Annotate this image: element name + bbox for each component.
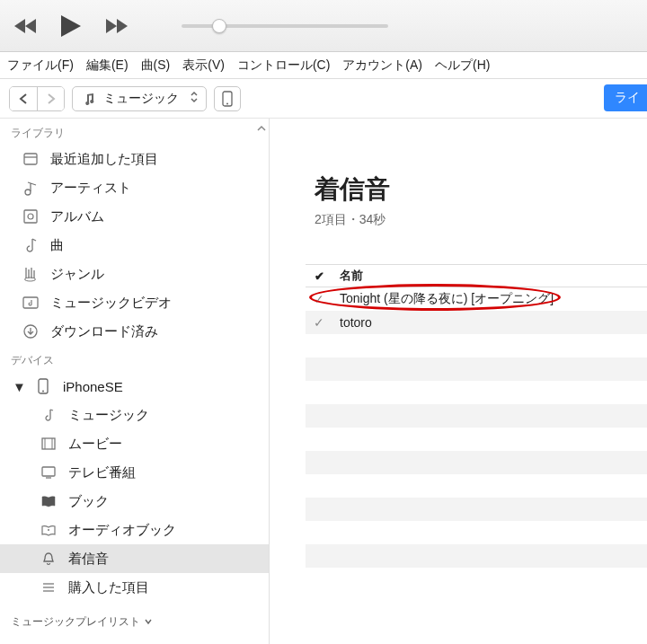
- svg-rect-15: [42, 467, 55, 476]
- sidebar-device-tv[interactable]: テレビ番組: [0, 458, 269, 487]
- menu-control[interactable]: コントロール(C): [237, 57, 330, 74]
- sidebar-item-label: ミュージックビデオ: [50, 295, 172, 312]
- table-row[interactable]: [306, 357, 647, 381]
- sidebar-item-label: ブック: [68, 493, 109, 510]
- column-check-header[interactable]: ✔: [306, 269, 332, 283]
- song-icon: [22, 236, 40, 254]
- menu-bar: ファイル(F) 編集(E) 曲(S) 表示(V) コントロール(C) アカウント…: [0, 52, 647, 79]
- book-icon: [40, 492, 58, 510]
- table-rows: ✓ Tonight (星の降る夜に) [オープニング] ✓ totoro: [306, 287, 647, 568]
- row-checkbox[interactable]: ✓: [306, 315, 332, 330]
- prev-track-button[interactable]: [14, 17, 40, 35]
- sidebar-item-genre[interactable]: ジャンル: [0, 260, 269, 288]
- table-row[interactable]: ✓ totoro: [306, 311, 647, 334]
- sidebar-item-album[interactable]: アルバム: [0, 202, 269, 231]
- menu-edit[interactable]: 編集(E): [86, 57, 129, 74]
- table-row[interactable]: [306, 404, 647, 428]
- bell-icon: [40, 550, 58, 568]
- sidebar-section-library: ライブラリ: [0, 119, 269, 145]
- table-row[interactable]: ✓ Tonight (星の降る夜に) [オープニング]: [306, 287, 647, 311]
- sidebar-item-label: 最近追加した項目: [50, 151, 158, 168]
- player-controls: [14, 13, 128, 39]
- sidebar-item-label: アーティスト: [50, 180, 131, 197]
- category-select[interactable]: ミュージック: [72, 86, 207, 111]
- tv-icon: [40, 463, 58, 481]
- sidebar-device-music[interactable]: ミュージック: [0, 401, 269, 429]
- sidebar-item-songs[interactable]: 曲: [0, 231, 269, 260]
- nav-forward-button[interactable]: [37, 87, 64, 110]
- library-tab-button[interactable]: ライ: [604, 84, 647, 111]
- menu-view[interactable]: 表示(V): [182, 57, 225, 74]
- download-icon: [22, 322, 40, 340]
- movie-icon: [40, 435, 58, 453]
- music-note-icon: [80, 90, 98, 108]
- sidebar-item-label: ジャンル: [50, 266, 104, 283]
- genre-icon: [22, 265, 40, 283]
- updown-icon: [190, 91, 199, 106]
- sidebar-item-label: 購入した項目: [68, 579, 149, 596]
- sidebar-section-playlists[interactable]: ミュージックプレイリスト: [0, 602, 269, 633]
- column-name-header[interactable]: 名前: [332, 268, 363, 284]
- sidebar-item-label: 曲: [50, 237, 64, 254]
- sidebar-device-audiobook[interactable]: オーディオブック: [0, 516, 269, 544]
- table-row[interactable]: [306, 521, 647, 544]
- row-checkbox[interactable]: ✓: [306, 292, 332, 306]
- svg-point-1: [226, 102, 228, 104]
- sidebar-item-downloaded[interactable]: ダウンロード済み: [0, 317, 269, 346]
- svg-rect-5: [24, 210, 37, 223]
- album-icon: [22, 207, 40, 225]
- volume-slider[interactable]: [182, 24, 388, 28]
- phone-icon: [34, 377, 52, 395]
- scroll-up-icon[interactable]: [256, 122, 267, 137]
- sidebar-item-label: 着信音: [68, 551, 109, 568]
- content-pane: 着信音 2項目・34秒 ✔ 名前 ✓ Tonight (星の降る夜に) [オープ…: [270, 119, 647, 644]
- table-row[interactable]: [306, 381, 647, 404]
- sidebar-playlists-label: ミュージックプレイリスト: [11, 614, 140, 630]
- table-row[interactable]: [306, 474, 647, 498]
- toolbar: ミュージック ライ: [0, 79, 647, 119]
- disclosure-triangle-icon[interactable]: ▼: [13, 379, 22, 394]
- sidebar: ライブラリ 最近追加した項目 アーティスト アルバム 曲 ジャンル ミュージック…: [0, 119, 270, 644]
- sidebar-item-label: ダウンロード済み: [50, 323, 158, 340]
- next-track-button[interactable]: [102, 17, 128, 35]
- sidebar-device-ringtone[interactable]: 着信音: [0, 544, 269, 573]
- sidebar-device-iphone[interactable]: ▼ iPhoneSE: [0, 372, 269, 401]
- row-name: Tonight (星の降る夜に) [オープニング]: [332, 291, 554, 307]
- sidebar-item-recent[interactable]: 最近追加した項目: [0, 145, 269, 173]
- table-row[interactable]: [306, 544, 647, 568]
- sidebar-device-purchased[interactable]: 購入した項目: [0, 573, 269, 602]
- page-subtitle: 2項目・34秒: [306, 212, 647, 228]
- player-bar: [0, 0, 647, 52]
- menu-song[interactable]: 曲(S): [141, 57, 171, 74]
- svg-rect-8: [23, 297, 38, 308]
- menu-account[interactable]: アカウント(A): [342, 57, 422, 74]
- sidebar-item-label: ミュージック: [68, 407, 149, 424]
- page-title: 着信音: [306, 172, 647, 207]
- nav-back-forward: [9, 86, 65, 111]
- table-row[interactable]: [306, 428, 647, 451]
- play-button[interactable]: [59, 13, 83, 39]
- table-row[interactable]: [306, 334, 647, 357]
- sidebar-item-artist[interactable]: アーティスト: [0, 173, 269, 202]
- menu-help[interactable]: ヘルプ(H): [435, 57, 490, 74]
- sidebar-item-label: テレビ番組: [68, 464, 136, 481]
- purchased-icon: [40, 578, 58, 596]
- table-row[interactable]: [306, 498, 647, 521]
- sidebar-device-label: iPhoneSE: [63, 379, 123, 394]
- sidebar-device-movie[interactable]: ムービー: [0, 429, 269, 458]
- sidebar-item-musicvideo[interactable]: ミュージックビデオ: [0, 288, 269, 317]
- audiobook-icon: [40, 521, 58, 539]
- svg-rect-2: [24, 154, 37, 164]
- nav-back-button[interactable]: [10, 87, 37, 110]
- sidebar-item-label: アルバム: [50, 208, 104, 225]
- sidebar-device-book[interactable]: ブック: [0, 487, 269, 516]
- table-row[interactable]: [306, 451, 647, 474]
- sidebar-item-label: ムービー: [68, 436, 122, 453]
- svg-point-11: [42, 391, 44, 393]
- device-button[interactable]: [214, 86, 241, 111]
- svg-point-6: [28, 214, 33, 219]
- sidebar-item-label: オーディオブック: [68, 522, 176, 539]
- main-split: ライブラリ 最近追加した項目 アーティスト アルバム 曲 ジャンル ミュージック…: [0, 119, 647, 644]
- menu-file[interactable]: ファイル(F): [7, 57, 74, 74]
- category-select-label: ミュージック: [103, 91, 179, 107]
